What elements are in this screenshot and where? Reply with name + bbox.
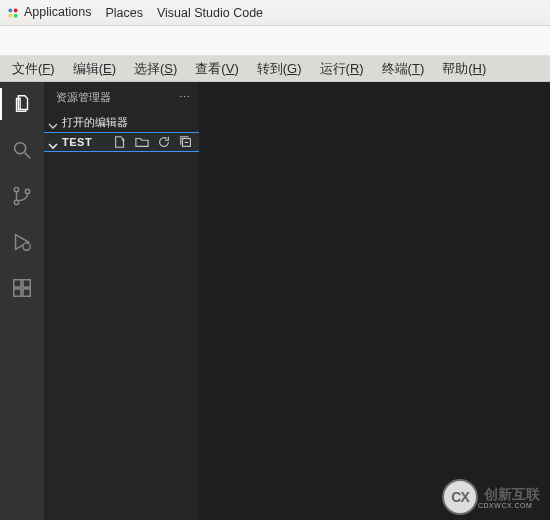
collapse-all-icon[interactable] [179,135,193,149]
menu-selection[interactable]: 选择(S) [126,58,185,80]
svg-rect-10 [14,280,21,287]
vscode-body: 资源管理器 ⋯ 打开的编辑器 TEST CX 创新互联 [0,82,550,520]
workspace-folder-name: TEST [62,132,92,152]
watermark: CX 创新互联 CDXWCX.COM [442,478,546,516]
chevron-down-icon [48,117,58,127]
play-bug-icon [11,231,33,253]
svg-point-3 [14,14,18,18]
open-editors-label: 打开的编辑器 [62,112,128,132]
svg-point-9 [23,243,30,250]
svg-point-2 [8,14,12,18]
svg-point-8 [25,189,29,193]
window-titlebar [0,26,550,56]
menu-view[interactable]: 查看(V) [187,58,246,80]
watermark-sub: CDXWCX.COM [478,502,540,509]
svg-point-1 [14,8,18,12]
menu-run[interactable]: 运行(R) [312,58,372,80]
svg-line-5 [25,153,31,159]
explorer-more-icon[interactable]: ⋯ [179,82,191,112]
explorer-sidebar: 资源管理器 ⋯ 打开的编辑器 TEST [44,82,199,520]
folder-actions [113,135,199,149]
applications-menu[interactable]: Applications [6,5,91,20]
active-app-name[interactable]: Visual Studio Code [157,6,263,20]
activity-bar [0,82,44,520]
menu-go[interactable]: 转到(G) [249,58,310,80]
activity-debug[interactable] [8,228,36,256]
menu-terminal[interactable]: 终端(T) [374,58,433,80]
svg-rect-13 [23,280,30,287]
activity-scm[interactable] [8,182,36,210]
svg-rect-11 [14,289,21,296]
new-file-icon[interactable] [113,135,127,149]
workspace-folder-row[interactable]: TEST [44,132,199,152]
gnome-top-bar: Applications Places Visual Studio Code [0,0,550,26]
watermark-monogram: CX [442,479,478,515]
watermark-brand: 创新互联 [484,486,540,502]
svg-point-7 [14,200,18,204]
vscode-menubar: 文件(F) 编辑(E) 选择(S) 查看(V) 转到(G) 运行(R) 终端(T… [0,56,550,82]
activity-search[interactable] [8,136,36,164]
activity-explorer[interactable] [8,90,36,118]
files-icon [11,93,33,115]
chevron-down-icon [48,137,58,147]
branch-icon [11,185,33,207]
activities-icon [6,6,20,20]
svg-point-6 [14,187,18,191]
explorer-title: 资源管理器 [56,82,111,112]
svg-point-4 [15,143,26,154]
menu-file[interactable]: 文件(F) [4,58,63,80]
open-editors-section[interactable]: 打开的编辑器 [44,112,199,132]
menu-help[interactable]: 帮助(H) [434,58,494,80]
svg-rect-12 [23,289,30,296]
explorer-title-row: 资源管理器 ⋯ [44,82,199,112]
menu-edit[interactable]: 编辑(E) [65,58,124,80]
activity-extensions[interactable] [8,274,36,302]
svg-point-0 [8,8,12,12]
refresh-icon[interactable] [157,135,171,149]
new-folder-icon[interactable] [135,135,149,149]
editor-area [199,82,550,520]
places-menu[interactable]: Places [105,6,143,20]
search-icon [11,139,33,161]
extensions-icon [11,277,33,299]
